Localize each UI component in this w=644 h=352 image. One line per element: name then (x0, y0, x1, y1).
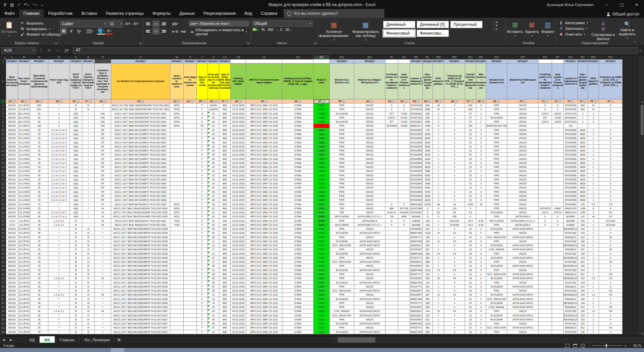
cell[interactable] (385, 190, 398, 194)
row-header-30[interactable]: 30 (0, 211, 6, 215)
cell[interactable]: III (82, 297, 95, 301)
cell[interactable] (184, 235, 197, 239)
cell[interactable]: I57037771 (410, 285, 423, 289)
row-header-37[interactable]: 37 (0, 239, 6, 244)
cell[interactable]: ? (95, 248, 111, 252)
cell[interactable]: I57043165 (564, 103, 578, 107)
cell[interactable]: ASTM A420 WPL6 (507, 305, 539, 309)
cell[interactable]: GTAW (282, 330, 314, 334)
cell[interactable]: 6000 (578, 128, 588, 132)
cell[interactable]: 1CL1FAG (18, 145, 30, 149)
cell[interactable]: Б(а) (70, 161, 82, 165)
cell[interactable]: Iso Number/ № изометрического чертежа (111, 63, 170, 99)
cell[interactable]: 0 (539, 215, 552, 219)
cell[interactable] (552, 153, 564, 157)
cell[interactable]: 1 (433, 157, 444, 161)
column-header-M[interactable]: M (18, 55, 30, 59)
cell[interactable]: PIPE (486, 153, 507, 157)
cell[interactable]: WPS GCC SMK CS 1032 (246, 256, 282, 260)
cell[interactable]: EP (95, 157, 111, 161)
cell[interactable]: SCH160 (599, 223, 623, 227)
cell[interactable]: 552 (423, 256, 433, 260)
cell[interactable]: FC87 (314, 260, 330, 264)
cell[interactable]: 32 (465, 301, 476, 305)
cell[interactable]: 3 (599, 120, 623, 124)
cell[interactable]: FCSL (314, 107, 330, 112)
cell[interactable]: 1 (433, 153, 444, 157)
borders-icon[interactable]: ▾ (86, 28, 94, 35)
cell[interactable] (170, 178, 184, 182)
row-header-15[interactable]: 15 (0, 149, 6, 153)
cell[interactable]: 1 (433, 128, 444, 132)
cell[interactable]: 1 (433, 186, 444, 190)
cell[interactable]: B (70, 285, 82, 289)
cell[interactable]: ПРОЕКТ (208, 59, 219, 63)
cell[interactable]: XS (599, 235, 623, 239)
font-name-combo[interactable]: Calibri▾ (60, 20, 107, 27)
cell[interactable]: 4 (476, 305, 486, 309)
cell[interactable] (398, 289, 410, 293)
cell[interactable]: 90 ELBOW (486, 301, 507, 305)
cell[interactable] (539, 301, 552, 305)
cell[interactable] (539, 128, 552, 132)
cell[interactable]: SP01 (170, 124, 184, 128)
cell[interactable] (184, 326, 197, 330)
cell[interactable]: 3 (599, 132, 623, 136)
cell[interactable]: BW (219, 301, 231, 305)
cell[interactable]: BW (219, 248, 231, 252)
cell[interactable]: 1CL3FXG (18, 293, 30, 297)
cell[interactable]: Б(а) (70, 194, 82, 198)
cell[interactable]: 1 (433, 149, 444, 153)
filter-dropdown-icon[interactable]: ▼ (77, 100, 79, 103)
cell[interactable]: 13 (208, 297, 219, 301)
cell[interactable]: 4 (476, 239, 486, 244)
cell[interactable]: 3 (588, 120, 599, 124)
cell[interactable]: I58597406 (410, 252, 423, 256)
cell[interactable]: BW (219, 309, 231, 313)
cell[interactable]: AGCC.1917 5694 56710345FG TK20.ISO 0002 (111, 161, 170, 165)
cell[interactable]: 1 (588, 149, 599, 153)
gallery-up-icon[interactable]: ▲ (495, 20, 498, 24)
cell[interactable]: 24.02.2026 (231, 314, 246, 318)
cell[interactable]: A(б) (70, 202, 82, 206)
cell[interactable]: III (82, 252, 95, 256)
cell[interactable]: 1 (588, 239, 599, 244)
cell[interactable]: I820460 (410, 215, 423, 219)
style-financial[interactable]: Финансовый (383, 30, 415, 37)
cell[interactable] (398, 140, 410, 144)
cell[interactable]: ? (48, 301, 70, 305)
cell[interactable]: 4 (476, 264, 486, 268)
cell[interactable]: 2 (476, 120, 486, 124)
cell[interactable]: GTAW (282, 318, 314, 322)
cell[interactable]: B (70, 252, 82, 256)
cell[interactable]: 612 (578, 285, 588, 289)
cell[interactable]: 3 (48, 116, 70, 120)
cell[interactable] (82, 223, 95, 227)
confirm-entry-icon[interactable]: ✓ (53, 48, 62, 53)
cell[interactable] (552, 157, 564, 161)
qat-customize-icon[interactable]: ⌄ (41, 2, 44, 7)
cell[interactable]: 1495 (578, 207, 588, 211)
cell[interactable]: 01 (208, 219, 219, 223)
cell[interactable]: F (197, 186, 208, 190)
cell[interactable] (552, 231, 564, 235)
cell[interactable]: XS (599, 289, 623, 293)
cell[interactable] (385, 136, 398, 140)
cell[interactable]: 09G2S (6, 169, 18, 173)
cell[interactable]: ECC. REDUCER (330, 289, 354, 293)
cell[interactable]: 424 (564, 124, 578, 128)
cell[interactable] (539, 239, 552, 244)
cell[interactable]: 20243 (552, 112, 564, 116)
cell[interactable]: 4 (476, 280, 486, 284)
cell[interactable]: I58597406 (410, 280, 423, 284)
cell[interactable]: 1CL3FXG (18, 285, 30, 289)
cell[interactable]: I820460 (410, 223, 423, 227)
cell[interactable]: 25 (30, 227, 48, 231)
cell[interactable]: ECC. REDUCER (486, 235, 507, 239)
cell[interactable]: 32 (465, 182, 476, 186)
sheet-tab-glavnaya[interactable]: Главная (55, 336, 80, 343)
cell[interactable]: 09G2S (354, 301, 385, 305)
cell[interactable]: WPS GCC SMK CS 1023 (246, 202, 282, 206)
cell[interactable]: 1 (433, 280, 444, 284)
cell[interactable] (170, 326, 184, 330)
